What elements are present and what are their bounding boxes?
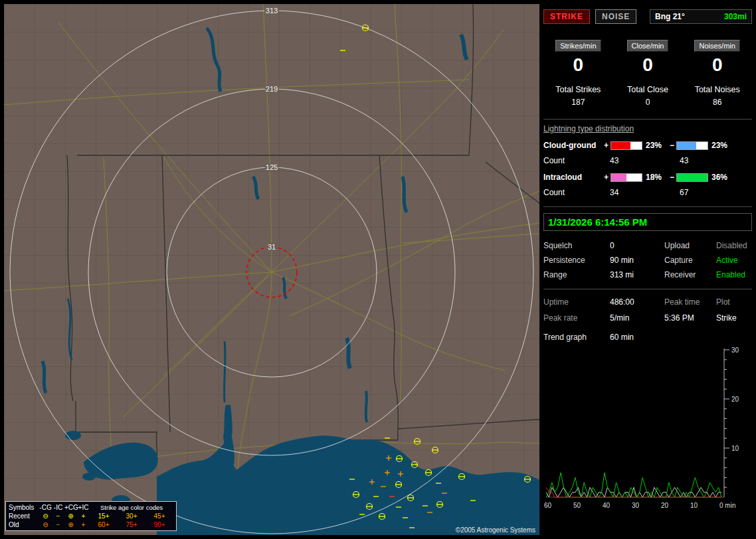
- ic-negative-fill: [677, 174, 708, 181]
- total-noises-label: Total Noises: [682, 85, 752, 94]
- count-label: Count: [543, 156, 610, 165]
- uptime-label: Uptime: [543, 297, 610, 307]
- plot-mode-value: Strike: [716, 313, 752, 323]
- strike-indicator-button[interactable]: STRIKE: [543, 9, 590, 24]
- legend-recent-row: Recent ⊖ − ⊕ + 15+ 30+ 45+: [9, 512, 173, 520]
- legend-recent-ages: 15+ 30+ 45+: [90, 512, 173, 520]
- divider: [543, 206, 752, 207]
- svg-text:313: 313: [266, 7, 278, 15]
- svg-text:20: 20: [731, 396, 739, 403]
- legend-col-ic-pos: +IC: [77, 503, 90, 512]
- ic-negative-count: 67: [680, 188, 688, 197]
- cg-positive-fill: [611, 142, 630, 149]
- lightning-map[interactable]: 31321912531 Symbols -CG -IC +CG +IC Stri…: [4, 4, 539, 535]
- cg-negative-fill: [677, 142, 696, 149]
- trend-window-value: 60 min: [610, 333, 634, 342]
- map-legend: Symbols -CG -IC +CG +IC Strike age color…: [5, 501, 177, 531]
- circle-plus-icon: ⊕: [64, 512, 77, 520]
- ic-negative-bar: [676, 173, 708, 182]
- settings-grid: Squelch 0 Upload Disabled Persistence 90…: [543, 241, 752, 279]
- total-close-label: Total Close: [613, 85, 683, 94]
- cg-negative-count: 43: [680, 156, 688, 165]
- squelch-value: 0: [610, 241, 664, 250]
- ic-positive-fill: [611, 174, 626, 181]
- bearing-value: Bng 21°: [655, 12, 685, 21]
- count-label: Count: [543, 188, 610, 197]
- noises-per-min-button[interactable]: Noises/min: [694, 40, 739, 52]
- legend-col-cg-neg: -CG: [39, 503, 52, 512]
- age-code: 15+: [94, 512, 114, 520]
- legend-old-ages: 60+ 75+ 90+: [90, 520, 173, 529]
- noise-indicator-button[interactable]: NOISE: [595, 9, 636, 24]
- cg-positive-bar: [611, 141, 642, 150]
- status-panel: STRIKE NOISE Bng 21° 303mi Strikes/min 0…: [543, 4, 752, 535]
- svg-text:219: 219: [266, 85, 278, 93]
- cg-negative-percent: 23%: [711, 141, 733, 150]
- intracloud-count-row: Count 34 67: [543, 188, 752, 197]
- positive-sign: +: [602, 173, 611, 182]
- legend-age-header: Strike age color codes: [90, 503, 173, 512]
- legend-old-row: Old ⊖ − ⊕ + 60+ 75+ 90+: [9, 520, 173, 529]
- plus-icon: +: [77, 520, 90, 529]
- upload-label: Upload: [664, 241, 716, 250]
- legend-recent-label: Recent: [9, 512, 39, 520]
- legend-col-cg-pos: +CG: [64, 503, 77, 512]
- nexstorm-app-window: 31321912531 Symbols -CG -IC +CG +IC Stri…: [0, 0, 756, 539]
- receiver-label: Receiver: [664, 270, 716, 279]
- minus-icon: −: [52, 512, 64, 520]
- circle-minus-icon: ⊖: [39, 520, 52, 529]
- legend-header-row: Symbols -CG -IC +CG +IC Strike age color…: [9, 503, 173, 512]
- ic-positive-count: 34: [610, 188, 680, 197]
- svg-text:10: 10: [731, 445, 739, 452]
- total-strikes-label: Total Strikes: [543, 85, 613, 94]
- ic-positive-bar: [611, 173, 642, 182]
- upload-status: Disabled: [716, 241, 752, 250]
- persistence-label: Persistence: [543, 256, 610, 265]
- age-code: 75+: [122, 520, 142, 529]
- radar-map-svg[interactable]: 31321912531: [4, 4, 539, 535]
- age-code: 45+: [149, 512, 169, 520]
- age-code: 60+: [94, 520, 114, 529]
- strikes-per-min-value: 0: [543, 54, 613, 76]
- bearing-range-box: Bng 21° 303mi: [650, 9, 752, 24]
- plot-label: Plot: [716, 297, 752, 307]
- capture-status: Active: [716, 256, 752, 265]
- close-per-min-button[interactable]: Close/min: [627, 40, 669, 52]
- cg-negative-bar: [676, 141, 708, 150]
- rate-counters: Strikes/min 0 Total Strikes 187 Close/mi…: [543, 40, 752, 107]
- distribution-title: Lightning type distribution: [543, 124, 752, 133]
- svg-text:10: 10: [690, 502, 698, 509]
- trend-graph-label: Trend graph: [543, 333, 610, 342]
- cloud-ground-count-row: Count 43 43: [543, 156, 752, 165]
- noises-per-min-value: 0: [682, 54, 752, 76]
- strikes-per-min-button[interactable]: Strikes/min: [555, 40, 601, 52]
- close-per-min-counter: Close/min 0 Total Close 0: [613, 40, 683, 107]
- close-per-min-value: 0: [613, 54, 683, 76]
- circle-plus-icon: ⊕: [64, 520, 77, 529]
- copyright-text: ©2005 Astrogenic Systems: [456, 526, 535, 534]
- uptime-value: 486:00: [610, 297, 664, 307]
- minus-icon: −: [52, 520, 64, 529]
- age-code: 90+: [149, 520, 169, 529]
- svg-text:0 min: 0 min: [719, 502, 735, 509]
- intracloud-row: Intracloud + 18% − 36%: [543, 173, 752, 182]
- divider: [543, 289, 752, 289]
- peak-time-label: Peak time: [664, 297, 716, 307]
- positive-sign: +: [602, 141, 611, 150]
- total-noises-value: 86: [682, 98, 752, 107]
- datetime-display: 1/31/2026 6:14:56 PM: [543, 213, 752, 231]
- total-close-value: 0: [613, 98, 683, 107]
- divider: [543, 119, 752, 119]
- peak-rate-value: 5/min: [610, 313, 664, 323]
- capture-label: Capture: [664, 256, 716, 265]
- svg-text:40: 40: [603, 502, 611, 509]
- trend-header: Trend graph 60 min: [543, 333, 752, 342]
- cg-positive-count: 43: [610, 156, 680, 165]
- noises-per-min-counter: Noises/min 0 Total Noises 86: [682, 40, 752, 107]
- receiver-status: Enabled: [716, 270, 752, 279]
- squelch-label: Squelch: [543, 241, 610, 250]
- peak-rate-label: Peak rate: [543, 313, 610, 323]
- svg-text:30: 30: [731, 346, 739, 354]
- svg-text:50: 50: [573, 502, 581, 509]
- trend-graph: 1020306050403020100 min: [543, 345, 751, 516]
